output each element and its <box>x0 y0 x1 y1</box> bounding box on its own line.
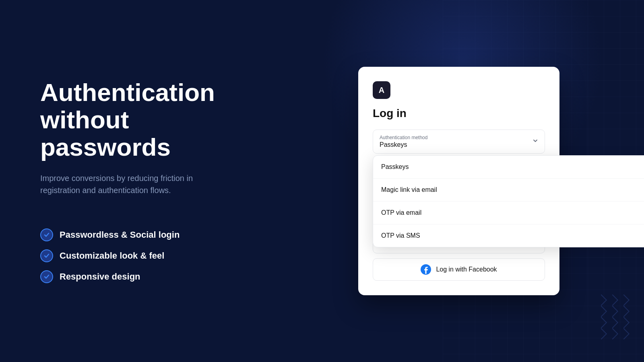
feature-item: Passwordless & Social login <box>40 228 242 241</box>
card-title: Log in <box>373 107 545 120</box>
dropdown-item-otp-email[interactable]: OTP via email <box>373 202 644 224</box>
feature-check-icon <box>40 270 53 283</box>
check-svg <box>43 232 50 238</box>
facebook-button-label: Log in with Facebook <box>436 266 497 273</box>
dropdown-option-label: Magic link via email <box>381 186 437 193</box>
check-svg <box>43 274 50 280</box>
login-card: A Log in Authentication method Passkeys … <box>358 67 559 295</box>
facebook-icon <box>421 264 431 275</box>
dropdown-selected-value: Passkeys <box>380 141 538 148</box>
feature-check-icon <box>40 228 53 241</box>
feature-list: Passwordless & Social login Customizable… <box>40 228 242 283</box>
feature-item: Customizable look & feel <box>40 249 242 262</box>
dropdown-item-magic-link[interactable]: Magic link via email <box>373 179 644 202</box>
dropdown-menu: Passkeys Magic link via email OTP via em… <box>373 155 644 247</box>
feature-item: Responsive design <box>40 270 242 283</box>
left-panel: Authentication without passwords Improve… <box>0 47 274 316</box>
dropdown-item-otp-sms[interactable]: OTP via SMS <box>373 224 644 247</box>
feature-text-social: Passwordless & Social login <box>60 230 180 240</box>
dropdown-label: Authentication method <box>380 135 538 140</box>
feature-check-icon <box>40 249 53 262</box>
feature-text-customizable: Customizable look & feel <box>60 251 164 261</box>
dropdown-option-label: OTP via SMS <box>381 232 420 239</box>
dropdown-option-label: Passkeys <box>381 163 409 171</box>
dropdown-item-passkeys[interactable]: Passkeys <box>373 156 644 179</box>
feature-text-responsive: Responsive design <box>60 272 140 282</box>
right-panel: A Log in Authentication method Passkeys … <box>274 67 644 295</box>
dropdown-option-label: OTP via email <box>381 209 421 216</box>
facebook-login-button[interactable]: Log in with Facebook <box>373 258 545 281</box>
dropdown-trigger[interactable]: Authentication method Passkeys <box>373 130 545 154</box>
bg-arrows <box>597 296 628 338</box>
auth-method-dropdown[interactable]: Authentication method Passkeys Passkeys <box>373 130 545 154</box>
hero-subtitle: Improve conversions by reducing friction… <box>40 172 217 196</box>
check-svg <box>43 253 50 259</box>
hero-title: Authentication without passwords <box>40 79 242 161</box>
app-logo-letter: A <box>379 86 384 95</box>
chevron-down-icon <box>532 138 539 146</box>
app-logo: A <box>373 81 390 99</box>
